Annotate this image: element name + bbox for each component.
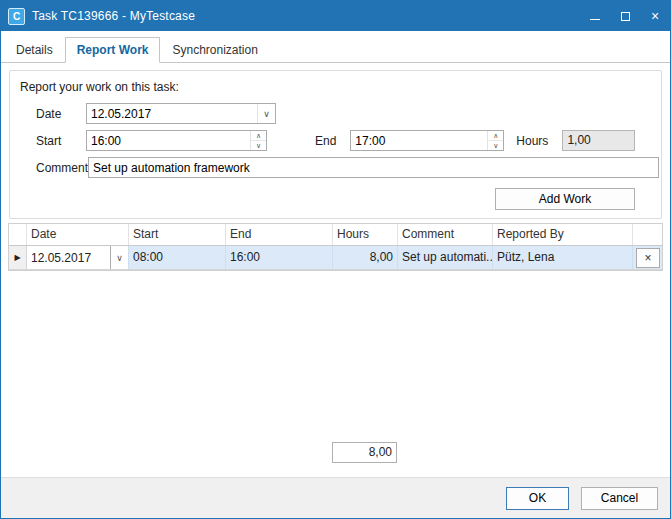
close-button[interactable]: × (640, 1, 670, 31)
spin-down-icon[interactable]: ∨ (488, 141, 503, 151)
hours-readonly-field: 1,00 (562, 130, 635, 151)
spin-down-icon[interactable]: ∨ (251, 141, 266, 151)
tab-report-work[interactable]: Report Work (65, 37, 161, 63)
cancel-button[interactable]: Cancel (581, 487, 658, 510)
minimize-button[interactable] (580, 1, 610, 31)
dialog-footer: OK Cancel (1, 477, 670, 518)
close-icon: × (651, 9, 659, 23)
row-start-cell: 08:00 (129, 246, 226, 269)
time-row: Start ∧ ∨ End ∧ ∨ Hours 1, (36, 130, 635, 151)
chevron-down-icon: ∨ (116, 253, 123, 263)
report-work-panel: Report your work on this task: Date ∨ St… (9, 70, 662, 219)
row-actions-cell: × (633, 246, 662, 269)
minimize-icon (590, 19, 600, 20)
maximize-button[interactable] (610, 1, 640, 31)
start-label: Start (36, 134, 86, 148)
tab-details[interactable]: Details (4, 37, 65, 63)
end-label: End (315, 134, 336, 148)
row-comment-cell: Set up automati... (398, 246, 493, 269)
app-icon: C (8, 8, 25, 25)
hours-label: Hours (516, 134, 548, 148)
dialog-content: Details Report Work Synchronization Repo… (1, 31, 670, 477)
spin-up-icon[interactable]: ∧ (251, 131, 266, 141)
column-header-date[interactable]: Date (27, 224, 129, 245)
add-work-row: Add Work (10, 188, 635, 210)
row-end-cell: 16:00 (226, 246, 333, 269)
row-hours-cell: 8,00 (333, 246, 398, 269)
titlebar[interactable]: C Task TC139666 - MyTestcase × (1, 1, 670, 31)
start-spin-buttons: ∧ ∨ (250, 131, 266, 150)
column-header-reported-by[interactable]: Reported By (493, 224, 633, 245)
hours-summary: 8,00 (332, 442, 397, 463)
row-reported-by-cell: Pütz, Lena (493, 246, 633, 269)
start-time-spinner[interactable]: ∧ ∨ (86, 130, 267, 151)
column-header-comment[interactable]: Comment (398, 224, 493, 245)
tab-strip: Details Report Work Synchronization (1, 31, 670, 63)
end-time-input[interactable] (351, 131, 487, 150)
row-date-dropdown-button[interactable]: ∨ (110, 246, 128, 269)
maximize-icon (621, 12, 630, 21)
row-indicator-header (9, 224, 27, 245)
column-header-actions (633, 224, 662, 245)
task-dialog: C Task TC139666 - MyTestcase × Details R… (0, 0, 671, 519)
row-indicator-icon: ▶ (14, 253, 20, 262)
date-dropdown-button[interactable]: ∨ (257, 104, 275, 123)
ok-button[interactable]: OK (506, 487, 569, 510)
chevron-down-icon: ∨ (263, 109, 270, 119)
grid-header: Date Start End Hours Comment Reported By (9, 224, 662, 246)
add-work-button[interactable]: Add Work (495, 188, 635, 210)
end-spin-buttons: ∧ ∨ (487, 131, 503, 150)
spin-up-icon[interactable]: ∧ (488, 131, 503, 141)
start-time-input[interactable] (87, 131, 250, 150)
row-date-combobox[interactable]: 12.05.2017 ∨ (27, 246, 129, 269)
close-icon: × (644, 251, 651, 265)
table-row[interactable]: ▶ 12.05.2017 ∨ 08:00 16:00 8,00 Set up a… (9, 246, 662, 270)
row-indicator-cell: ▶ (9, 246, 27, 269)
tab-synchronization[interactable]: Synchronization (160, 37, 269, 63)
row-date-value: 12.05.2017 (27, 251, 110, 265)
comment-editor[interactable] (88, 157, 659, 178)
comment-row: Comment (36, 157, 635, 178)
column-header-end[interactable]: End (226, 224, 333, 245)
date-label: Date (36, 107, 86, 121)
window-title: Task TC139666 - MyTestcase (32, 9, 195, 23)
column-header-start[interactable]: Start (129, 224, 226, 245)
delete-row-button[interactable]: × (636, 248, 660, 268)
date-combobox[interactable]: ∨ (86, 103, 276, 124)
date-row: Date ∨ (36, 103, 635, 124)
comment-label: Comment (36, 161, 88, 175)
comment-input[interactable] (89, 158, 658, 177)
window-controls: × (580, 1, 670, 31)
work-grid: Date Start End Hours Comment Reported By… (8, 223, 663, 271)
date-input[interactable] (87, 104, 257, 123)
column-header-hours[interactable]: Hours (333, 224, 398, 245)
panel-heading: Report your work on this task: (10, 79, 661, 103)
end-time-spinner[interactable]: ∧ ∨ (350, 130, 504, 151)
